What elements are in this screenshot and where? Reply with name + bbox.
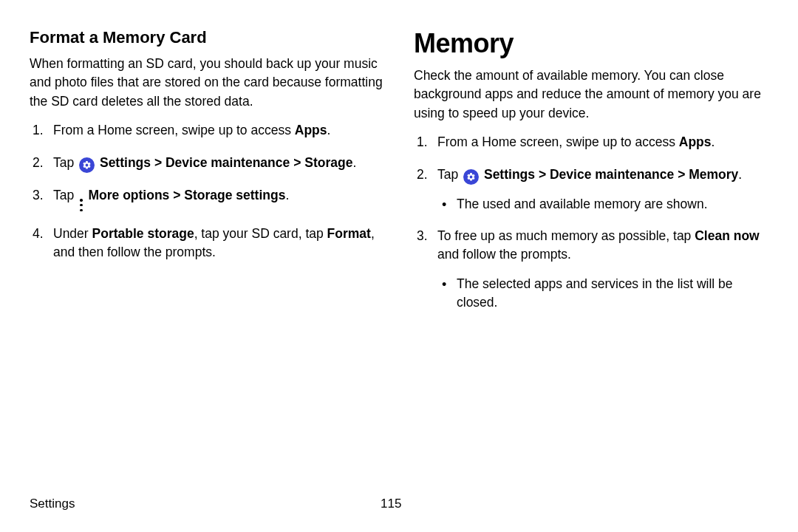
text: From a Home screen, swipe up to access <box>53 123 295 137</box>
text: Tap <box>53 155 78 170</box>
text: Tap <box>437 167 462 182</box>
sub-item: The used and available memory are shown. <box>437 195 768 214</box>
right-column: Memory Check the amount of available mem… <box>414 28 768 489</box>
separator: > <box>678 167 685 182</box>
text: . <box>327 123 331 137</box>
step-left-2: Tap Settings > Device maintenance > Stor… <box>30 154 384 173</box>
step-left-1: From a Home screen, swipe up to access A… <box>30 121 384 140</box>
format-label: Format <box>327 226 371 241</box>
more-options-label: More options <box>88 188 169 202</box>
text: Tap <box>53 188 78 202</box>
left-column: Format a Memory Card When formatting an … <box>30 28 384 489</box>
more-options-icon <box>80 199 83 211</box>
memory-label: Memory <box>689 167 738 182</box>
step-right-3: To free up as much memory as possible, t… <box>414 227 768 313</box>
settings-label: Settings <box>100 155 151 170</box>
device-maintenance-label: Device maintenance <box>550 167 674 182</box>
sub-item: The selected apps and services in the li… <box>437 275 768 313</box>
footer-section-label: Settings <box>30 497 381 511</box>
steps-list-left: From a Home screen, swipe up to access A… <box>30 121 384 262</box>
text: From a Home screen, swipe up to access <box>437 134 679 149</box>
manual-page: Format a Memory Card When formatting an … <box>0 0 798 532</box>
two-column-layout: Format a Memory Card When formatting an … <box>30 28 768 489</box>
section-heading-memory: Memory <box>414 28 768 59</box>
text: and follow the prompts. <box>437 247 571 262</box>
sub-list: The selected apps and services in the li… <box>437 275 768 313</box>
text: , tap your SD card, tap <box>194 226 327 241</box>
apps-label: Apps <box>679 134 712 149</box>
device-maintenance-label: Device maintenance <box>166 155 290 170</box>
settings-label: Settings <box>484 167 535 182</box>
text: . <box>712 134 715 149</box>
steps-list-right: From a Home screen, swipe up to access A… <box>414 133 768 312</box>
storage-settings-label: Storage settings <box>184 188 285 202</box>
sub-list: The used and available memory are shown. <box>437 195 768 214</box>
step-right-2: Tap Settings > Device maintenance > Memo… <box>414 166 768 214</box>
separator: > <box>173 188 180 202</box>
section-heading-format: Format a Memory Card <box>30 28 384 47</box>
page-footer: Settings 115 <box>30 489 768 511</box>
settings-icon <box>79 157 95 173</box>
settings-icon <box>463 169 479 185</box>
step-left-4: Under Portable storage, tap your SD card… <box>30 225 384 262</box>
separator: > <box>539 167 546 182</box>
separator: > <box>154 155 162 170</box>
text: To free up as much memory as possible, t… <box>437 228 695 243</box>
storage-label: Storage <box>304 155 352 170</box>
text: . <box>285 188 289 202</box>
apps-label: Apps <box>295 123 327 137</box>
intro-paragraph-right: Check the amount of available memory. Yo… <box>414 66 768 123</box>
page-number: 115 <box>381 497 417 511</box>
step-right-1: From a Home screen, swipe up to access A… <box>414 133 768 151</box>
intro-paragraph-left: When formatting an SD card, you should b… <box>30 55 384 111</box>
clean-now-label: Clean now <box>695 228 760 243</box>
text: . <box>738 167 742 182</box>
text: Under <box>53 226 92 241</box>
portable-storage-label: Portable storage <box>92 226 194 241</box>
text: . <box>352 155 356 170</box>
step-left-3: Tap More options > Storage settings. <box>30 186 384 212</box>
separator: > <box>293 155 301 170</box>
